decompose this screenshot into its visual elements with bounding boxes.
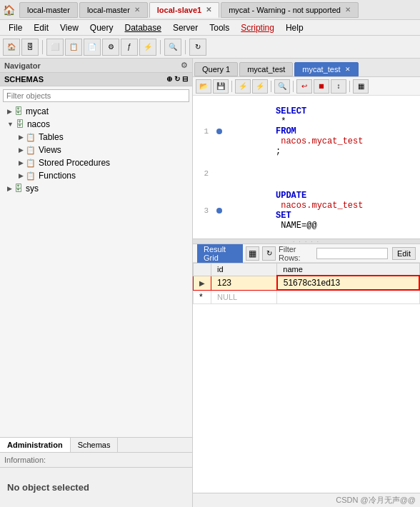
code-line-1: 1 SELECT * FROM nacos.mycat_test ; [193, 96, 420, 167]
tab-local-master[interactable]: local-master [19, 2, 78, 18]
toolbar-new-proc-btn[interactable]: ⚙ [102, 39, 119, 56]
schemas-header: SCHEMAS ⊕ ↻ ⊟ [0, 73, 192, 86]
query-tab-1[interactable]: mycat_test [239, 62, 293, 76]
tree-item-tables[interactable]: ▶ 📋 Tables [0, 131, 192, 144]
query-tab-2-label: mycat_test [302, 65, 340, 74]
tab-schemas[interactable]: Schemas [71, 438, 119, 452]
code-semi-1: ; [276, 146, 281, 156]
toolbar-new-func-btn[interactable]: ƒ [121, 39, 138, 56]
editor-execute-current-btn[interactable]: ⚡ [252, 79, 268, 94]
code-content-3[interactable]: UPDATE nacos.mycat_test SET NAME=@@ [224, 181, 420, 239]
tree-item-sys[interactable]: ▶ 🗄 sys [0, 182, 192, 195]
toolbar-new-view-btn[interactable]: 📄 [84, 39, 101, 56]
tree-item-views[interactable]: ▶ 📋 Views [0, 144, 192, 156]
schemas-icons: ⊕ ↻ ⊟ [166, 75, 188, 84]
folder-icon-views: 📋 [26, 146, 36, 155]
code-star: * [276, 116, 291, 126]
toolbar-home-btn[interactable]: 🏠 [3, 39, 20, 56]
line-dot-2 [214, 171, 224, 176]
editor-execute-btn[interactable]: ⚡ [235, 79, 251, 94]
editor-toggle-btn[interactable]: ↕ [331, 79, 346, 94]
code-name-eq: NAME=@@ [276, 221, 317, 231]
code-editor[interactable]: 1 SELECT * FROM nacos.mycat_test ; 2 3 [193, 96, 420, 239]
editor-open-btn[interactable]: 📂 [196, 79, 211, 94]
tree-label-tables: Tables [39, 132, 64, 142]
query-tab-1-label: mycat_test [247, 65, 285, 74]
tab-2[interactable]: mycat - Warning - not supported ✕ [221, 2, 359, 18]
menu-bar: File Edit View Query Database Server Too… [0, 20, 420, 36]
code-content-1[interactable]: SELECT * FROM nacos.mycat_test ; [224, 96, 420, 166]
edit-btn[interactable]: Edit [392, 247, 416, 260]
row-1-arrow: * [194, 290, 211, 303]
editor-undo-btn[interactable]: ↩ [296, 79, 312, 94]
toolbar-new-schema-btn[interactable]: ⬜ [46, 39, 64, 56]
tree-item-mycat[interactable]: ▶ 🗄 mycat [0, 105, 192, 118]
toolbar-new-conn-btn[interactable]: 🗄 [21, 39, 39, 56]
bottom-tabs: Administration Schemas Information: No o… [0, 437, 192, 507]
footer: CSDN @冷月无声@@ [193, 493, 420, 507]
tree-label-mycat: mycat [26, 106, 49, 116]
menu-help[interactable]: Help [280, 21, 309, 34]
tree-arrow-stored-procedures: ▶ [19, 159, 24, 166]
menu-view[interactable]: View [54, 21, 84, 34]
tree-item-nacos[interactable]: ▼ 🗄 nacos [0, 118, 192, 131]
navigator-title: Navigator [4, 61, 41, 70]
result-grid-btn[interactable]: ▦ [246, 246, 259, 261]
tab-1-label: local-slave1 [157, 6, 201, 14]
db-icon-mycat: 🗄 [14, 106, 23, 116]
editor-sep-3 [293, 81, 294, 92]
menu-server[interactable]: Server [167, 21, 204, 34]
editor-save-btn[interactable]: 💾 [213, 79, 229, 94]
editor-sep-4 [349, 81, 350, 92]
tab-1-close[interactable]: ✕ [206, 6, 211, 14]
menu-file[interactable]: File [3, 21, 28, 34]
tab-0-close[interactable]: ✕ [134, 6, 140, 14]
table-row-1[interactable]: * NULL [194, 290, 420, 303]
query-tab-0[interactable]: Query 1 [194, 62, 238, 76]
result-refresh-btn[interactable]: ↻ [262, 246, 276, 261]
editor-grid-btn[interactable]: ▦ [353, 79, 369, 94]
result-toolbar: Result Grid ▦ ↻ Filter Rows: Edit [193, 244, 420, 263]
tree-item-stored-procedures[interactable]: ▶ 📋 Stored Procedures [0, 156, 192, 169]
code-content-2[interactable] [224, 169, 420, 179]
tab-0[interactable]: local-master ✕ [79, 2, 148, 18]
result-grid-tab[interactable]: Result Grid [197, 244, 243, 264]
tree-label-nacos: nacos [27, 119, 50, 129]
tab-2-close[interactable]: ✕ [345, 6, 351, 14]
row-0-arrow: ▶ [194, 276, 211, 290]
editor-find-btn[interactable]: 🔍 [274, 79, 290, 94]
search-input[interactable] [3, 89, 189, 102]
menu-database[interactable]: Database [119, 21, 167, 34]
toolbar-new-trigger-btn[interactable]: ⚡ [139, 39, 156, 56]
tab-1[interactable]: local-slave1 ✕ [149, 2, 219, 18]
navigator-settings-icon[interactable]: ⚙ [181, 61, 188, 70]
line-num-2: 2 [193, 169, 214, 178]
menu-edit[interactable]: Edit [28, 21, 54, 34]
toolbar-new-table-btn[interactable]: 📋 [65, 39, 82, 56]
tab-administration[interactable]: Administration [0, 438, 71, 452]
filter-input[interactable] [316, 248, 388, 259]
menu-scripting[interactable]: Scripting [235, 21, 280, 34]
menu-query[interactable]: Query [84, 21, 119, 34]
folder-icon-tables: 📋 [26, 133, 36, 142]
tree-arrow-nacos: ▼ [7, 121, 14, 128]
query-tab-2-close[interactable]: ✕ [345, 66, 351, 73]
table-row-0[interactable]: ▶ 123 51678c31ed13 [194, 276, 420, 290]
toolbar-search-btn[interactable]: 🔍 [164, 39, 181, 56]
footer-text: CSDN @冷月无声@@ [336, 496, 416, 504]
menu-tools[interactable]: Tools [204, 21, 235, 34]
no-object-text: No object selected [0, 468, 192, 507]
row-1-name [277, 290, 419, 303]
filter-label: Filter Rows: [279, 245, 314, 262]
app-home-icon[interactable]: 🏠 [3, 4, 15, 16]
query-tab-2[interactable]: mycat_test ✕ [294, 62, 358, 76]
result-table-header: id name [194, 263, 420, 276]
tab-0-label: local-master [87, 6, 130, 14]
toolbar-reconnect-btn[interactable]: ↻ [189, 39, 206, 56]
schema-tree: ▶ 🗄 mycat ▼ 🗄 nacos ▶ 📋 Tables ▶ [0, 105, 192, 437]
tree-arrow-mycat: ▶ [7, 108, 12, 115]
horizontal-splitter[interactable]: · · · · · [193, 239, 420, 244]
tree-item-functions[interactable]: ▶ 📋 Functions [0, 169, 192, 182]
editor-stop-btn[interactable]: ⏹ [314, 79, 329, 94]
tree-arrow-sys: ▶ [7, 185, 12, 192]
